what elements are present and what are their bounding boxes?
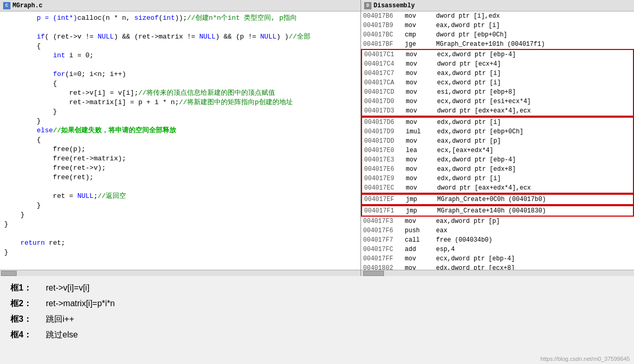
disasm-table: 004017B6 mov dword ptr [i],edx 004017B9 … xyxy=(361,11,634,270)
disasm-ops: esp,4 xyxy=(436,245,632,254)
code-line xyxy=(0,23,360,32)
left-panel-icon: C xyxy=(3,2,10,9)
code-line: { xyxy=(0,135,360,145)
right-panel-titlebar: D Disassembly xyxy=(361,0,634,11)
disasm-addr: 004017D6 xyxy=(364,118,406,127)
disasm-row-box4: 004017F1 jmp MGraph_Create+140h (0040183… xyxy=(361,205,634,217)
disasm-ops: ecx,dword ptr [i] xyxy=(437,78,631,87)
disasm-row: 004017F7 call free (004034b0) xyxy=(361,235,634,245)
disasm-addr: 004017E3 xyxy=(364,155,406,165)
right-panel: D Disassembly 004017B6 mov dword ptr [i]… xyxy=(361,0,634,276)
disasm-ops: eax,dword ptr [i] xyxy=(436,21,632,30)
code-line: { xyxy=(0,79,360,89)
disasm-mnem: mov xyxy=(406,87,437,97)
disasm-ops: dword ptr [ecx+4] xyxy=(437,59,631,69)
disasm-row: 004017CA mov ecx,dword ptr [i] xyxy=(361,78,634,87)
disasm-row: 004017DD mov eax,dword ptr [p] xyxy=(361,136,634,146)
code-line: ret = NULL;//返回空 xyxy=(0,192,360,201)
code-line: } xyxy=(0,117,360,126)
disasm-addr: 004017B9 xyxy=(363,21,405,30)
code-line: ret->matrix[i] = p + i * n;//将新建图中的矩阵指向p… xyxy=(0,98,360,107)
disasm-row: 004017FF mov ecx,dword ptr [ebp-4] xyxy=(361,254,634,263)
disasm-mnem: mov xyxy=(406,78,437,87)
disasm-row: 004017D9 imul edx,dword ptr [ebp+0Ch] xyxy=(361,127,634,136)
disasm-addr: 004017C7 xyxy=(364,69,406,78)
disasm-ops: MGraph_Create+0C0h (004017b0) xyxy=(437,195,631,204)
disasm-mnem: jmp xyxy=(406,195,437,204)
disasm-ops: ecx,[eax+edx*4] xyxy=(437,146,631,155)
disasm-addr: 004017D9 xyxy=(364,127,406,136)
disasm-mnem: jge xyxy=(405,40,436,49)
code-line: if( (ret->v != NULL) && (ret->matrix != … xyxy=(0,32,360,42)
code-area: p = (int*)calloc(n * n, sizeof(int));//创… xyxy=(0,11,360,270)
disasm-ops: MGraph_Create+101h (004017f1) xyxy=(436,40,632,49)
disasm-row: 004017E9 mov edx,dword ptr [i] xyxy=(361,174,634,183)
disasm-addr: 004017E6 xyxy=(364,165,406,174)
disasm-addr: 004017CD xyxy=(364,87,406,97)
disasm-row: 004017F3 mov eax,dword ptr [p] xyxy=(361,217,634,226)
code-line: free(p); xyxy=(0,145,360,154)
disasm-ops: dword ptr [ebp+0Ch] xyxy=(436,30,632,40)
disasm-addr: 004017EF xyxy=(364,195,406,204)
left-scroll-thumb[interactable] xyxy=(1,271,17,276)
disasm-ops: dword ptr [edx+eax*4],ecx xyxy=(437,106,631,116)
code-line: return ret; xyxy=(0,239,360,248)
code-line xyxy=(0,60,360,70)
disasm-row: 004017F6 push eax xyxy=(361,226,634,235)
disasm-addr: 004017F6 xyxy=(363,226,405,235)
disasm-mnem: jmp xyxy=(406,206,437,216)
ann-label-4: 框4： xyxy=(10,328,42,342)
disasm-mnem: mov xyxy=(406,174,437,183)
disasm-ops: eax,dword ptr [p] xyxy=(436,217,632,226)
disasm-ops: ecx,dword ptr [esi+ecx*4] xyxy=(437,97,631,106)
disasm-ops: edx,dword ptr [ebp+0Ch] xyxy=(437,127,631,136)
code-line: } xyxy=(0,220,360,229)
disasm-row: 004017E0 lea ecx,[eax+edx*4] xyxy=(361,146,634,155)
code-line: int i = 0; xyxy=(0,51,360,60)
annotation-line-4: 框4： 跳过else xyxy=(10,328,624,342)
disasm-addr: 004017B6 xyxy=(363,11,405,21)
disasm-row-box2-end: 004017EC mov dword ptr [eax+edx*4],ecx xyxy=(361,183,634,194)
disasm-mnem: mov xyxy=(406,136,437,146)
disasm-mnem: mov xyxy=(406,165,437,174)
disasm-ops: dword ptr [eax+edx*4],ecx xyxy=(437,183,631,193)
disasm-mnem: push xyxy=(405,226,436,235)
disasm-ops: edx,dword ptr [i] xyxy=(437,118,631,127)
disasm-mnem: mov xyxy=(406,183,437,193)
left-scrollbar[interactable] xyxy=(0,270,360,276)
disasm-scroll-thumb[interactable] xyxy=(363,271,384,276)
disasm-row: 004017B9 mov eax,dword ptr [i] xyxy=(361,21,634,30)
disasm-row: 004017E6 mov eax,dword ptr [edx+8] xyxy=(361,165,634,174)
disasm-ops: MGraph_Create+140h (00401830) xyxy=(437,206,631,216)
left-panel-title: MGraph.c xyxy=(13,2,43,9)
disasm-mnem: mov xyxy=(406,97,437,106)
ann-content-2: ret->matrix[i]=p*i*n xyxy=(46,297,115,310)
disasm-addr: 004017E9 xyxy=(364,174,406,183)
disasm-mnem: call xyxy=(405,235,436,245)
disasm-row: 004017D0 mov ecx,dword ptr [esi+ecx*4] xyxy=(361,97,634,106)
disasm-addr: 004017BF xyxy=(363,40,405,49)
disasm-row: 004017C4 mov dword ptr [ecx+4] xyxy=(361,59,634,69)
code-line: } xyxy=(0,107,360,117)
code-line: ret->v[i] = v[i];//将传来的顶点信息给新建的图中的顶点赋值 xyxy=(0,89,360,98)
disasm-mnem: lea xyxy=(406,146,437,155)
disasm-addr: 004017CA xyxy=(364,78,406,87)
disasm-mnem: mov xyxy=(405,254,436,263)
ann-content-4: 跳过else xyxy=(46,328,78,342)
code-line xyxy=(0,229,360,239)
ann-content-1: ret->v[i]=v[i] xyxy=(46,281,90,295)
disasm-row: 004017CD mov esi,dword ptr [ebp+8] xyxy=(361,87,634,97)
watermark: https://blog.csdn.net/m0_37599645 xyxy=(540,356,630,362)
disasm-scrollbar[interactable] xyxy=(361,270,634,276)
disasm-mnem: mov xyxy=(405,21,436,30)
ann-label-1: 框1： xyxy=(10,281,42,295)
disasm-addr: 004017EC xyxy=(364,183,406,193)
disasm-mnem: mov xyxy=(405,11,436,21)
code-line: free(ret); xyxy=(0,173,360,182)
disasm-mnem: mov xyxy=(406,106,437,116)
disasm-addr: 004017FF xyxy=(363,254,405,263)
disasm-row: 004017E3 mov edx,dword ptr [ebp-4] xyxy=(361,155,634,165)
right-panel-title: Disassembly xyxy=(374,2,415,9)
disasm-addr: 00401802 xyxy=(363,263,405,270)
code-line: free(ret->v); xyxy=(0,164,360,173)
